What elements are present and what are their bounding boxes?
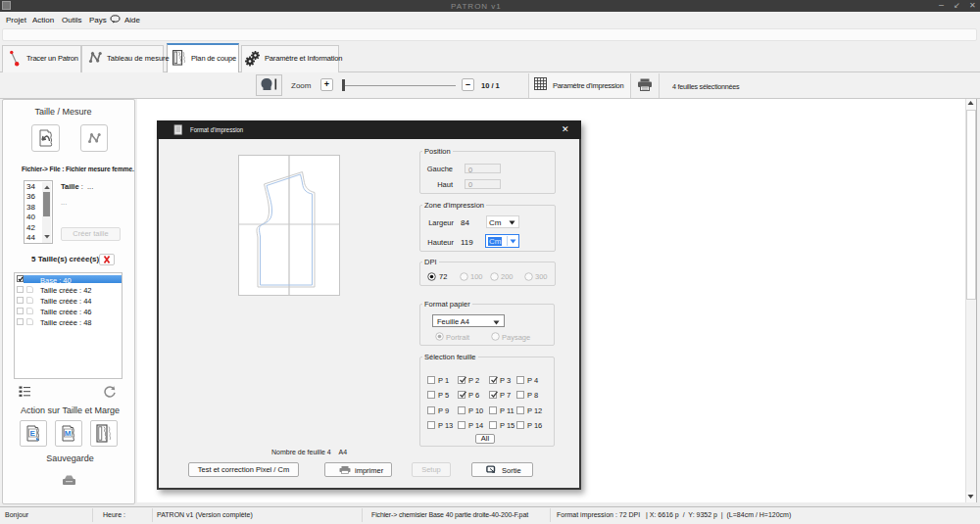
svg-text:E: E — [30, 429, 36, 438]
svg-text:M: M — [65, 429, 72, 438]
